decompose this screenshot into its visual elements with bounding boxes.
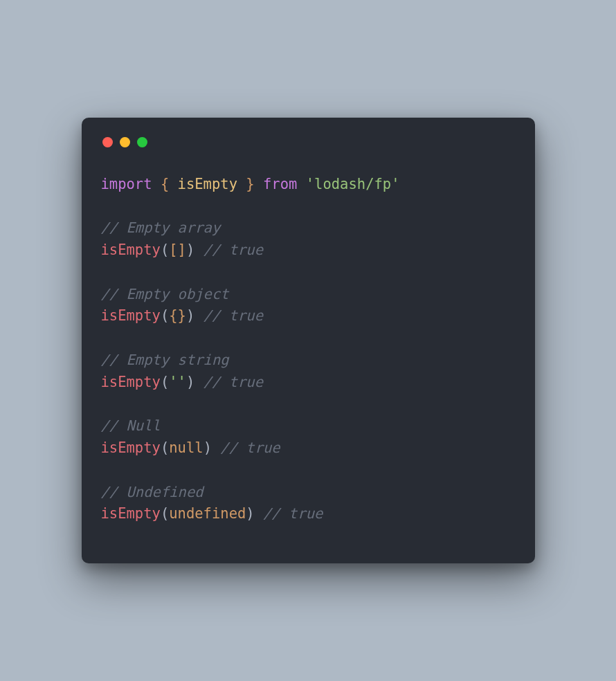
comment-object: // Empty object: [101, 286, 229, 302]
minimize-icon[interactable]: [120, 137, 130, 147]
paren-open: (: [161, 307, 169, 324]
paren-open: (: [161, 374, 169, 390]
call-isempty-1: isEmpty: [101, 242, 161, 258]
null-literal: null: [169, 439, 203, 456]
paren-close: ): [203, 439, 221, 456]
paren-close: ): [246, 505, 263, 522]
space: [297, 176, 305, 192]
comment-array: // Empty array: [101, 219, 221, 236]
comment-result-5: // true: [263, 505, 323, 522]
comment-result-3: // true: [203, 374, 263, 390]
identifier-isempty: isEmpty: [178, 176, 237, 192]
comment-result-1: // true: [203, 242, 263, 258]
keyword-import: import: [101, 176, 152, 192]
comment-result-2: // true: [203, 307, 263, 324]
paren-open: (: [161, 439, 169, 456]
call-isempty-5: isEmpty: [101, 505, 161, 522]
array-literal: []: [169, 242, 186, 258]
comment-null: // Null: [101, 417, 161, 434]
paren-close: ): [186, 307, 203, 324]
window-controls: [102, 137, 516, 147]
string-literal: '': [169, 374, 186, 390]
comment-undefined: // Undefined: [101, 484, 203, 500]
string-module: 'lodash/fp': [306, 176, 400, 192]
brace-open: {: [152, 176, 178, 192]
paren-close: ): [186, 374, 203, 390]
maximize-icon[interactable]: [137, 137, 147, 147]
brace-close: }: [237, 176, 263, 192]
call-isempty-3: isEmpty: [101, 374, 161, 390]
code-window: import { isEmpty } from 'lodash/fp' // E…: [82, 118, 535, 563]
object-literal: {}: [169, 307, 186, 324]
keyword-from: from: [263, 176, 297, 192]
comment-result-4: // true: [220, 439, 280, 456]
undefined-literal: undefined: [169, 505, 246, 522]
call-isempty-2: isEmpty: [101, 307, 161, 324]
paren-close: ): [186, 242, 203, 258]
paren-open: (: [161, 242, 169, 258]
paren-open: (: [161, 505, 169, 522]
close-icon[interactable]: [102, 137, 113, 147]
code-block: import { isEmpty } from 'lodash/fp' // E…: [101, 174, 516, 525]
call-isempty-4: isEmpty: [101, 439, 161, 456]
comment-string: // Empty string: [101, 352, 229, 368]
